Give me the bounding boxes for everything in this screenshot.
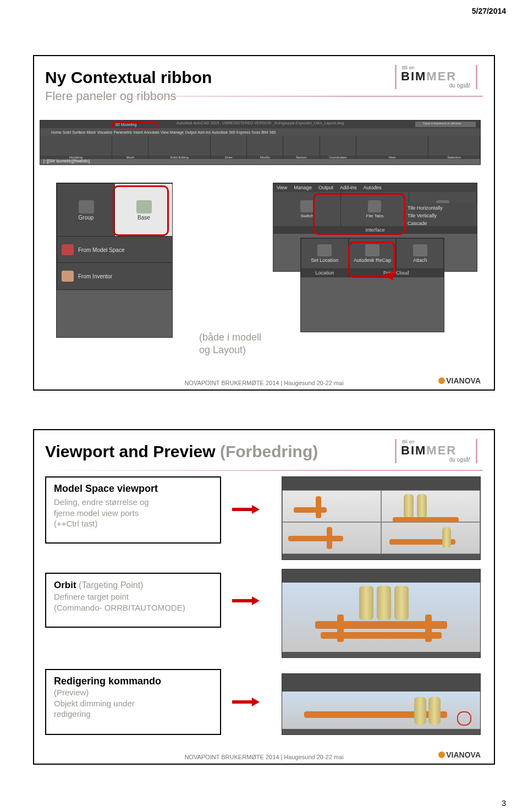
badge2-main-dark: BIM: [401, 443, 426, 457]
vianova-text-2: VIANOVA: [446, 750, 481, 759]
badge2-main: BIMMER: [399, 445, 474, 457]
window-title: Autodesk AutoCAD 2015 - UNREGISTERED VER…: [177, 121, 344, 125]
from-inventor[interactable]: From Inventor: [57, 262, 173, 290]
tab-solid[interactable]: Solid: [63, 130, 72, 134]
slide2-footer: NOVAPOINT BRUKERMØTE 2014 | Haugesund 20…: [34, 754, 494, 760]
cascade[interactable]: Cascade: [408, 221, 475, 226]
ribbon-status: [−][SW Isometric][Realistic]: [40, 159, 480, 164]
badge2-main-light: MER: [426, 443, 457, 457]
tab-insert[interactable]: Insert: [133, 130, 143, 134]
slide-1: Bli en BIMMER du også! Ny Contextual rib…: [33, 55, 495, 391]
tab-visualize[interactable]: Visualize: [97, 130, 113, 134]
badge2-bottom: du også!: [399, 457, 474, 463]
ribbon-tabs[interactable]: Home Solid Surface Mesh Visualize Parame…: [40, 128, 480, 136]
vianova-dot-icon: [438, 377, 445, 384]
location-panel-lbl: Location: [301, 269, 349, 277]
panel-mesh: Mesh: [112, 136, 148, 159]
tab-addins[interactable]: Add-ins: [197, 130, 211, 134]
shot1-topbar: [282, 477, 480, 490]
highlight-base: [113, 185, 169, 236]
box2-heading: Orbit: [54, 580, 76, 590]
box3-line2: redigering: [54, 709, 91, 718]
box2-line2: (Commando- ORRBITAUTOMODE): [54, 603, 185, 612]
attach[interactable]: Attach: [396, 238, 444, 269]
red-arrow-icon: [383, 271, 393, 280]
slide1-note: (både i modell og Layout): [199, 331, 261, 356]
highlight-circle: [457, 711, 471, 726]
title-rule: [45, 96, 483, 97]
page-date: 5/27/2014: [472, 7, 506, 15]
tile-horizontally[interactable]: Tile Horizontally: [408, 205, 475, 211]
arrow-2: [232, 596, 260, 605]
panel-coordinates: Coordinates: [320, 136, 356, 159]
menu-addins[interactable]: Add-ins: [337, 185, 360, 190]
info-box-orbit: Orbit (Targeting Point) Definere target …: [45, 573, 221, 628]
panel-modify: Modify: [247, 136, 283, 159]
from-model-space[interactable]: From Model Space: [57, 236, 173, 264]
group-cell[interactable]: Group: [57, 183, 116, 237]
shot2-topbar: [282, 569, 480, 583]
shot3-canvas: [282, 692, 480, 729]
tab-output[interactable]: Output: [185, 130, 196, 134]
globe-icon: [317, 244, 332, 256]
from-model-space-label: From Model Space: [78, 247, 124, 253]
arrow-1: [232, 505, 260, 514]
menu-autodes[interactable]: Autodes: [360, 185, 384, 190]
group-panel-screenshot: Group Base From Model Space From Invento…: [56, 183, 173, 338]
note-line2: og Layout): [199, 344, 246, 355]
slide2-title-light: (Forbedring): [220, 442, 318, 460]
ribbon-search[interactable]: Type a keyword or phrase: [415, 122, 476, 127]
tab-express[interactable]: Express Tools: [237, 130, 260, 134]
tab-view[interactable]: View: [161, 130, 169, 134]
inventor-icon: [62, 271, 74, 282]
arrow-3: [232, 698, 260, 706]
tab-manage[interactable]: Manage: [170, 130, 184, 134]
screenshot-redigering: [282, 673, 481, 735]
tile-vertically[interactable]: Tile Vertically: [408, 213, 475, 218]
slide-2: Bli en BIMMER du også! Viewport and Prev…: [33, 429, 495, 765]
screenshot-orbit: [282, 569, 481, 658]
set-location-label: Set Location: [311, 257, 338, 263]
ribbon-titlebar: Autodesk AutoCAD 2015 - UNREGISTERED VER…: [40, 120, 480, 128]
tab-a360[interactable]: Autodesk 360: [212, 130, 235, 134]
box3-heading: Redigering kommando: [54, 676, 212, 687]
slide2-title-main: Viewport and Preview: [45, 442, 220, 460]
box1-heading: Model Space viewport: [54, 483, 212, 495]
box3-line1: Objekt dimming under: [54, 699, 135, 708]
tab-bim360[interactable]: BIM 360: [261, 130, 276, 134]
settings-panel-screenshot: Set Location Autodesk ReCap Attach Locat…: [300, 238, 444, 332]
interface-menubar: View Manage Output Add-ins Autodes: [273, 183, 477, 192]
panel-solidedit: Solid Editing: [148, 136, 211, 159]
switch-icon: [300, 200, 314, 212]
shot1-status: [282, 554, 480, 559]
switch-label: Switch: [300, 213, 314, 218]
box3-sub: (Preview): [54, 688, 89, 697]
set-location[interactable]: Set Location: [301, 238, 349, 269]
box1-line2: fjerne model view ports: [54, 508, 139, 518]
menu-view[interactable]: View: [273, 185, 290, 190]
menu-manage[interactable]: Manage: [290, 185, 315, 190]
attach-label: Attach: [413, 257, 427, 263]
highlight-tabs: [313, 193, 405, 235]
vianova-dot-icon-2: [438, 751, 445, 758]
tab-annotate[interactable]: Annotate: [144, 130, 160, 134]
group-label: Group: [79, 215, 94, 221]
tab-surface[interactable]: Surface: [72, 130, 85, 134]
box2-line1: Definere target point: [54, 592, 129, 601]
badge-main: BIMMER: [399, 70, 474, 83]
vianova-logo-2: VIANOVA: [438, 750, 481, 759]
menu-output[interactable]: Output: [315, 185, 337, 190]
tab-mesh[interactable]: Mesh: [86, 130, 96, 134]
shot1-canvas: [282, 490, 480, 554]
box2-heading-rest: (Targeting Point): [76, 580, 144, 590]
panel-section: Section: [283, 136, 320, 159]
attach-icon: [413, 244, 427, 256]
info-box-redigering: Redigering kommando (Preview) Objekt dim…: [45, 669, 221, 735]
info-box-viewport: Model Space viewport Deling, endre størr…: [45, 476, 221, 544]
panel-selection: Selection: [428, 136, 480, 159]
tab-home[interactable]: Home: [51, 130, 62, 134]
tab-parametric[interactable]: Parametric: [113, 130, 132, 134]
model-space-icon: [62, 244, 74, 255]
title-rule-2: [45, 470, 483, 471]
slide2-body: Model Space viewport Deling, endre størr…: [45, 476, 483, 747]
